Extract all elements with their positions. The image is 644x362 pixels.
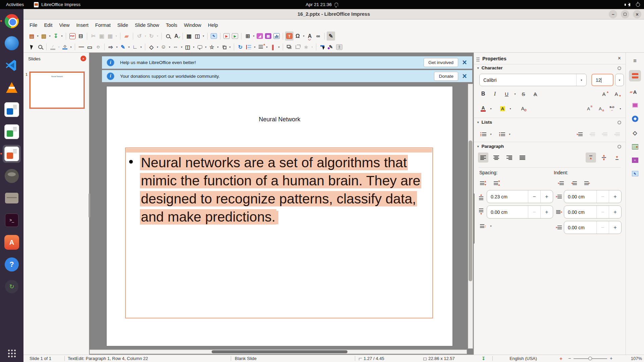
align-vcenter-button[interactable]: ▲▼ — [599, 153, 609, 163]
dock-item-software[interactable]: A — [3, 233, 21, 251]
space-below-plus[interactable]: + — [540, 206, 553, 218]
space-below-field[interactable]: 0.00 cm − + — [487, 205, 553, 219]
tab-animation[interactable]: ≡ — [629, 155, 641, 166]
hyperlink-button[interactable]: ∞ — [314, 32, 322, 41]
space-above-minus[interactable]: − — [528, 190, 540, 203]
body-line-1[interactable]: Neural networks are a set of algorithms … — [140, 155, 408, 170]
shadow-text-button[interactable]: A — [530, 89, 540, 99]
gluepoints-button[interactable] — [318, 43, 327, 52]
callouts-caret[interactable]: ▾ — [204, 43, 208, 52]
curves-caret[interactable]: ▾ — [127, 43, 131, 52]
start-from-current-slide-button[interactable]: ▶ — [231, 32, 239, 41]
menu-window[interactable]: Window — [180, 21, 205, 29]
connectors-button[interactable]: ∟ — [131, 43, 139, 52]
save-dropdown-caret[interactable]: ▾ — [60, 32, 64, 41]
document-modified-icon[interactable]: ↧ — [482, 356, 485, 361]
first-line-indent-plus[interactable]: + — [609, 221, 621, 234]
lists-section-header[interactable]: ▾Lists — [477, 120, 492, 125]
minimize-button[interactable]: − — [609, 10, 617, 18]
insert-textbox-button[interactable]: T — [285, 32, 293, 41]
panel-splitter-handle[interactable] — [89, 193, 90, 218]
move-up-button[interactable]: ▴ — [612, 129, 622, 139]
panel-grip-icon[interactable] — [476, 57, 480, 62]
display-grid-button[interactable]: ▦ — [185, 32, 193, 41]
insert-media-button[interactable]: ▤ — [264, 32, 272, 41]
lines-arrows-button[interactable]: ⇨ — [107, 43, 115, 52]
tab-shapes[interactable]: ◇ — [629, 127, 641, 138]
print-button[interactable]: ⊟ — [76, 32, 85, 41]
dock-item-vlc[interactable] — [3, 78, 21, 97]
flowchart-caret[interactable]: ▾ — [192, 43, 196, 52]
subscript-button[interactable]: AB — [595, 104, 605, 114]
table-dropdown-caret[interactable]: ▾ — [252, 32, 256, 41]
body-line-3[interactable]: designed to recognize patterns, classify… — [140, 191, 417, 206]
tab-navigator[interactable] — [629, 113, 641, 124]
dock-item-software-updater[interactable]: ↻ — [3, 278, 21, 296]
space-above-plus[interactable]: + — [540, 190, 553, 203]
align-caret[interactable]: ▾ — [253, 43, 257, 52]
tab-styles[interactable]: ▰A — [629, 86, 641, 98]
display-views-button[interactable]: ◫ — [193, 32, 202, 41]
promote-button[interactable]: ◂ — [587, 129, 597, 139]
arrange-button[interactable]: ▴ — [257, 43, 265, 52]
menu-format[interactable]: Format — [92, 21, 114, 29]
zoom-out-button[interactable]: − — [568, 355, 571, 362]
character-section-header[interactable]: ▾Character — [477, 65, 503, 70]
titlebar[interactable]: 16_2.pptx - LibreOffice Impress − × — [23, 9, 644, 19]
3d-objects-caret[interactable]: ▾ — [228, 43, 232, 52]
zoom-slider-knob[interactable] — [588, 357, 592, 360]
clear-formatting-button[interactable]: A⊘ — [518, 104, 528, 114]
line-color-button[interactable]: ∕ — [49, 43, 57, 52]
zoom-slider[interactable] — [574, 358, 607, 359]
menu-view[interactable]: View — [56, 21, 73, 29]
menu-slide[interactable]: Slide — [114, 21, 131, 29]
indent-after-field[interactable]: 0.00 cm − + — [564, 205, 622, 219]
symbol-shapes-caret[interactable]: ▾ — [168, 43, 171, 52]
paragraph-section-header[interactable]: ▾Paragraph — [477, 144, 504, 149]
symbol-shapes-button[interactable]: ☺ — [159, 43, 168, 52]
align-objects-button[interactable] — [245, 43, 253, 52]
body-line-2[interactable]: mimic the function of a human brain. The… — [140, 173, 421, 188]
ellipse-button[interactable]: ○ — [94, 43, 102, 52]
save-button[interactable]: ↧ — [52, 32, 60, 41]
spelling-button[interactable]: A✓ — [172, 32, 180, 41]
edit-points-button[interactable]: ✎ — [327, 43, 335, 52]
distribute-caret[interactable]: ▾ — [277, 43, 281, 52]
dock-item-gimp[interactable] — [3, 167, 21, 185]
insert-table-button[interactable]: ⊞ — [244, 32, 252, 41]
first-line-indent-field[interactable]: 0.00 cm − + — [564, 221, 622, 234]
3d-objects-button[interactable] — [220, 43, 228, 52]
align-center-button[interactable] — [491, 153, 501, 163]
select-button[interactable] — [28, 43, 36, 52]
body-line-4[interactable]: and make predictions. — [140, 209, 276, 225]
switch-indent-button[interactable]: ▸ — [582, 178, 592, 188]
dock-item-terminal[interactable]: >_ — [3, 211, 21, 229]
indent-after-plus[interactable]: + — [609, 206, 621, 218]
distribute-button[interactable]: ∥ — [269, 43, 277, 52]
strikethrough-button[interactable]: S — [518, 89, 529, 99]
increase-font-size-button[interactable]: A▴ — [599, 89, 609, 99]
slide-editing-surface[interactable]: Neural Network Neural networks are a set… — [107, 86, 452, 346]
sidebar-splitter-handle[interactable] — [473, 193, 475, 244]
dock-item-help[interactable]: ? — [3, 255, 21, 274]
dock-item-writer[interactable] — [3, 101, 21, 119]
superscript-button[interactable]: AB — [583, 104, 594, 114]
copy-button[interactable]: ▣ — [98, 32, 106, 41]
align-left-button[interactable] — [478, 153, 488, 163]
filter-button[interactable]: ∗ — [302, 43, 310, 52]
special-char-dropdown-caret[interactable]: ▾ — [302, 32, 306, 41]
get-involved-button[interactable]: Get involved — [424, 58, 458, 67]
space-below-minus[interactable]: − — [528, 206, 540, 218]
block-arrows-button[interactable]: ⇔ — [171, 43, 180, 52]
zoom-in-button[interactable]: + — [610, 355, 612, 362]
underline-button[interactable]: U — [501, 89, 512, 99]
indent-before-plus[interactable]: + — [609, 190, 621, 203]
sidebar-menu-button[interactable]: ≡ — [629, 55, 641, 67]
character-spacing-caret[interactable]: ▾ — [619, 104, 622, 113]
dock-item-files[interactable] — [3, 189, 21, 207]
dock-item-chrome[interactable] — [3, 12, 21, 30]
lists-settings-icon[interactable] — [618, 121, 621, 124]
tab-slide-transition[interactable]: ▸ — [629, 141, 641, 153]
font-name-field[interactable]: Calibri ▾ — [479, 74, 587, 86]
ordered-list-button[interactable] — [497, 129, 507, 139]
